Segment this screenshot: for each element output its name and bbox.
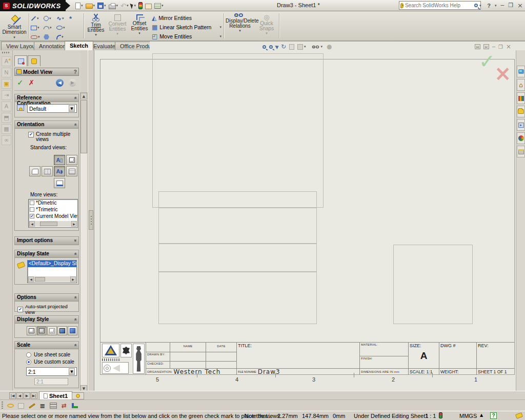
zoom-area-icon[interactable] bbox=[269, 45, 273, 49]
hide-show-edges-button[interactable]: ⇄ bbox=[59, 401, 69, 410]
fillet-tool[interactable]: ▾ bbox=[56, 35, 69, 39]
file-explorer-button[interactable] bbox=[517, 106, 525, 117]
appearances-button[interactable] bbox=[517, 132, 525, 144]
spline-tool[interactable]: ∿▾ bbox=[56, 15, 69, 22]
view-bottom-button[interactable] bbox=[54, 178, 65, 188]
list-item[interactable]: ✔ Current Model View bbox=[29, 213, 77, 219]
dropdown-arrow-icon[interactable]: ▼ bbox=[69, 368, 75, 375]
horizontal-scrollbar[interactable]: ◀ ▶ bbox=[28, 276, 76, 282]
mirror-entities-button[interactable]: ◭ Mirror Entities bbox=[152, 14, 192, 22]
smart-dimension-button[interactable]: SmartDimension ▾ bbox=[1, 13, 28, 39]
options-button[interactable]: ▾ bbox=[154, 3, 164, 9]
display-style-header[interactable]: Display Style » bbox=[15, 316, 78, 324]
view-palette-button[interactable]: ▸ bbox=[517, 119, 525, 131]
horizontal-scrollbar[interactable]: ◀ ▶ bbox=[29, 221, 77, 227]
new-document-button[interactable]: ▾ bbox=[75, 2, 84, 10]
arc-tool[interactable]: ▾ bbox=[44, 26, 56, 30]
wireframe-style-button[interactable] bbox=[27, 326, 36, 335]
first-sheet-button[interactable]: |◀ bbox=[9, 392, 16, 399]
dropdown-arrow-icon[interactable]: ▼ bbox=[69, 105, 75, 112]
reference-configuration-header[interactable]: Reference Configuration » bbox=[15, 94, 78, 102]
frame-tool-icon[interactable]: ▦ bbox=[2, 124, 11, 134]
line-style-button[interactable] bbox=[48, 401, 58, 410]
panel-help-button[interactable]: ? bbox=[74, 69, 77, 75]
slot-tool[interactable]: ▾ bbox=[31, 35, 44, 39]
section-view-icon[interactable] bbox=[289, 44, 294, 50]
edit-layer-button[interactable] bbox=[27, 401, 37, 410]
tab-sketch[interactable]: Sketch bbox=[65, 41, 93, 50]
custom-properties-tab[interactable] bbox=[28, 55, 41, 66]
hide-show-items-icon[interactable]: ● bbox=[327, 43, 332, 50]
drawing-view-outline[interactable] bbox=[158, 244, 317, 272]
minimize-button[interactable]: ─ bbox=[501, 2, 504, 9]
scrollbar-thumb[interactable] bbox=[35, 277, 45, 282]
zoom-fit-icon[interactable] bbox=[262, 45, 266, 49]
help-search-box[interactable]: ? ▾ bbox=[399, 1, 481, 10]
search-icon[interactable] bbox=[474, 4, 478, 7]
checkbox-icon[interactable] bbox=[30, 207, 34, 212]
previous-view-icon[interactable] bbox=[275, 44, 279, 49]
checked-date-cell[interactable] bbox=[206, 361, 236, 368]
point-tool[interactable]: * bbox=[69, 15, 82, 23]
line-thickness-button[interactable]: ≡ bbox=[37, 401, 48, 410]
drawing-view-outline[interactable] bbox=[393, 245, 473, 324]
list-item[interactable]: *Trimetric bbox=[29, 206, 77, 213]
restore-button[interactable]: ❒ bbox=[508, 2, 513, 9]
search-dropdown-icon[interactable]: ▾ bbox=[479, 4, 481, 8]
rebuild-button[interactable] bbox=[138, 2, 143, 10]
quick-snaps-button[interactable]: ◎ QuickSnaps ▾ bbox=[256, 13, 277, 39]
panel-splitter[interactable] bbox=[88, 50, 94, 391]
circle-tool[interactable]: ▾ bbox=[44, 16, 56, 21]
insert-block-tool-icon[interactable]: ⇥ bbox=[2, 90, 11, 100]
collapse-icon[interactable]: » bbox=[72, 252, 77, 255]
checkbox-icon[interactable]: ✔ bbox=[30, 214, 34, 218]
units-dropdown-icon[interactable]: ▲ bbox=[480, 413, 483, 417]
create-multiple-views-checkbox[interactable]: ✔ Create multipleviews bbox=[28, 132, 70, 142]
file-properties-button[interactable] bbox=[145, 2, 152, 10]
open-button[interactable]: ▾ bbox=[85, 2, 96, 9]
undo-button[interactable]: ↶▾ bbox=[120, 2, 129, 10]
toolbar-grip[interactable] bbox=[2, 402, 3, 410]
drawing-view-outline[interactable] bbox=[158, 272, 317, 324]
custom-properties-button[interactable] bbox=[517, 146, 525, 157]
cancel-button[interactable]: ✗ bbox=[29, 78, 35, 87]
child-close-icon[interactable]: × bbox=[506, 43, 511, 50]
collapse-icon[interactable]: » bbox=[72, 318, 77, 321]
search-input[interactable] bbox=[405, 3, 473, 8]
view-back-button[interactable] bbox=[66, 166, 77, 176]
view-isometric-button[interactable] bbox=[66, 155, 77, 165]
import-options-header[interactable]: Import options » bbox=[15, 237, 78, 245]
checkbox-icon[interactable] bbox=[30, 201, 34, 205]
link-tool-icon[interactable]: ∞ bbox=[2, 135, 11, 145]
scroll-right-icon[interactable]: ▶ bbox=[70, 276, 76, 282]
view-top-button[interactable] bbox=[42, 166, 53, 176]
child-minimize-icon[interactable]: ─ bbox=[492, 44, 495, 50]
note-tool-icon[interactable]: A✦ bbox=[2, 56, 11, 66]
configuration-dropdown[interactable]: Default ▼ bbox=[27, 104, 77, 113]
collapse-icon[interactable]: » bbox=[72, 296, 77, 298]
scroll-right-icon[interactable]: ▶ bbox=[71, 221, 77, 227]
selected-display-state[interactable]: <Default>_Display St bbox=[28, 261, 76, 267]
confirmation-corner-cancel-icon[interactable]: × bbox=[494, 62, 512, 85]
help-button[interactable]: ? bbox=[487, 3, 491, 9]
move-entities-button[interactable]: ◰ Move Entities ▾ bbox=[152, 33, 221, 40]
toolbar-grip[interactable] bbox=[2, 52, 10, 53]
quick-tips-button[interactable]: ? bbox=[490, 412, 497, 419]
scrollbar-thumb[interactable] bbox=[40, 222, 57, 226]
hidden-lines-visible-button[interactable] bbox=[37, 326, 47, 335]
balloon-tool-icon[interactable]: N bbox=[2, 68, 11, 77]
child-restore-icon[interactable]: ❒ bbox=[498, 44, 503, 50]
color-display-mode-button[interactable] bbox=[70, 401, 80, 410]
solidworks-resources-button[interactable] bbox=[517, 66, 525, 77]
confirmation-corner-ok-icon[interactable]: ✓ bbox=[479, 50, 495, 73]
close-button[interactable]: × bbox=[517, 2, 523, 9]
ok-button[interactable]: ✓ bbox=[17, 78, 24, 87]
expand-icon[interactable]: » bbox=[72, 239, 77, 242]
options-header[interactable]: Options » bbox=[15, 294, 78, 302]
custom-scale-input[interactable] bbox=[34, 378, 68, 385]
home-button[interactable]: ⌂ bbox=[517, 79, 525, 91]
child-window-icon[interactable]: ⋉ bbox=[483, 44, 489, 49]
offset-entities-button[interactable]: OffsetEntities ▾ bbox=[129, 13, 150, 39]
select-button[interactable]: ▾ bbox=[130, 3, 136, 9]
tab-sheet1[interactable]: Sheet1 bbox=[39, 391, 72, 399]
